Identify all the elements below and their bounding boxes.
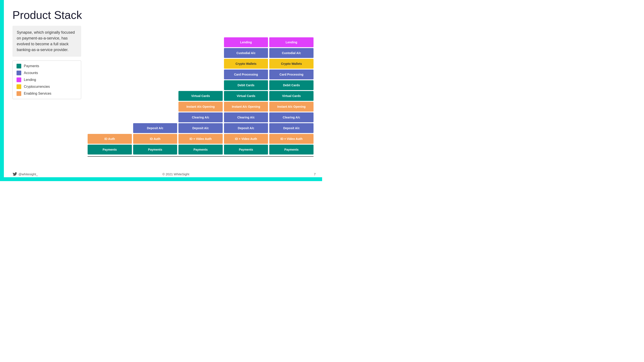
stack-block: Deposit A/c xyxy=(224,123,268,133)
legend-color xyxy=(16,71,21,75)
stack-block: Payments xyxy=(133,145,177,154)
stack-block: ID + Video Auth xyxy=(224,134,268,144)
year-column-2018: LendingCustodial A/cCrypto WalletsCard P… xyxy=(224,26,268,154)
left-panel: Synapse, which originally focused on pay… xyxy=(12,26,81,99)
year-column-2017: Virtual CardsInstant A/c OpeningClearing… xyxy=(178,26,223,154)
page-number: 7 xyxy=(314,172,316,176)
stack-block: Debit Cards xyxy=(269,80,314,90)
stack-block: Deposit A/c xyxy=(269,123,314,133)
legend-label: Payments xyxy=(24,64,39,68)
legend-label: Cryptocurrencies xyxy=(24,85,50,89)
stack-block: Payments xyxy=(224,145,268,154)
stack-block: Virtual Cards xyxy=(224,91,268,101)
legend-label: Lending xyxy=(24,78,36,82)
year-column-2015: ID AuthPayments xyxy=(88,26,132,154)
stack-block: ID Auth xyxy=(133,134,177,144)
legend-item: Payments xyxy=(16,64,77,68)
stack-block: ID + Video Auth xyxy=(269,134,314,144)
column-spacer xyxy=(88,26,132,133)
twitter-handle: @whitesight_ xyxy=(18,172,38,176)
legend-color xyxy=(16,77,21,82)
legend-item: Accounts xyxy=(16,71,77,75)
page-content: Product Stack Synapse, which originally … xyxy=(4,0,322,177)
copyright: © 2021 WhiteSight xyxy=(162,172,189,176)
stack-block: Crypto Wallets xyxy=(224,59,268,69)
legend-label: Accounts xyxy=(24,71,38,75)
stack-block: Deposit A/c xyxy=(178,123,223,133)
columns-container: ID AuthPaymentsDeposit A/cID AuthPayment… xyxy=(88,26,314,154)
main-layout: Synapse, which originally focused on pay… xyxy=(12,26,314,158)
stack-block: Clearing A/c xyxy=(269,112,314,122)
stack-block: ID Auth xyxy=(88,134,132,144)
column-spacer xyxy=(133,26,177,122)
legend-item: Lending xyxy=(16,77,77,82)
year-column-2019: LendingCustodial A/cCrypto WalletsCard P… xyxy=(269,26,314,154)
legend-color xyxy=(16,64,21,68)
description-box: Synapse, which originally focused on pay… xyxy=(12,26,81,57)
stack-block: Payments xyxy=(269,145,314,154)
stack-block: Clearing A/c xyxy=(178,112,223,122)
stack-block: ID + Video Auth xyxy=(178,134,223,144)
stack-block: Virtual Cards xyxy=(269,91,314,101)
legend-color xyxy=(16,84,21,89)
stack-block: Clearing A/c xyxy=(224,112,268,122)
stack-block: Instant A/c Opening xyxy=(178,102,223,112)
legend-box: Payments Accounts Lending Cryptocurrenci… xyxy=(12,60,81,99)
left-border xyxy=(0,0,4,181)
column-spacer xyxy=(269,26,314,36)
stack-block: Debit Cards xyxy=(224,80,268,90)
twitter-icon xyxy=(12,172,17,176)
footer: @whitesight_ © 2021 WhiteSight 7 xyxy=(12,172,316,176)
year-labels xyxy=(88,156,314,158)
stack-block: Payments xyxy=(178,145,223,154)
stack-block: Card Processing xyxy=(224,69,268,79)
stack-block: Card Processing xyxy=(269,69,314,79)
legend-item: Enabling Services xyxy=(16,91,77,96)
stack-block: Crypto Wallets xyxy=(269,59,314,69)
stack-block: Lending xyxy=(269,37,314,47)
legend-item: Cryptocurrencies xyxy=(16,84,77,89)
column-spacer xyxy=(178,26,223,90)
stack-block: Custodial A/c xyxy=(224,48,268,58)
chart-area: ID AuthPaymentsDeposit A/cID AuthPayment… xyxy=(88,26,314,158)
legend-label: Enabling Services xyxy=(24,92,51,95)
stack-block: Instant A/c Opening xyxy=(269,102,314,112)
stack-block: Custodial A/c xyxy=(269,48,314,58)
legend-color xyxy=(16,91,21,96)
footer-twitter: @whitesight_ xyxy=(12,172,38,176)
year-column-2016: Deposit A/cID AuthPayments xyxy=(133,26,177,154)
stack-block: Payments xyxy=(88,145,132,154)
stack-block: Virtual Cards xyxy=(178,91,223,101)
stack-block: Lending xyxy=(224,37,268,47)
column-spacer xyxy=(224,26,268,36)
page-title: Product Stack xyxy=(12,8,314,21)
stack-block: Instant A/c Opening xyxy=(224,102,268,112)
stack-block: Deposit A/c xyxy=(133,123,177,133)
bottom-border xyxy=(0,177,322,181)
